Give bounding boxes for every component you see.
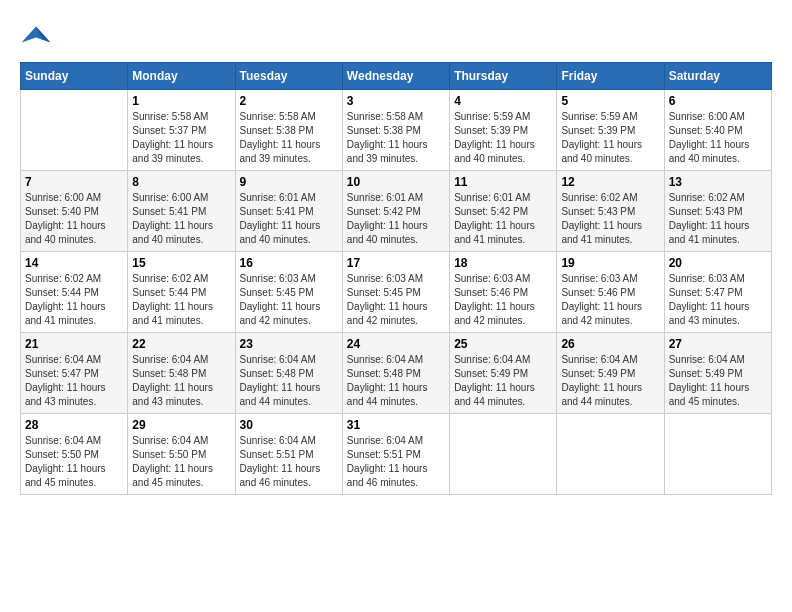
day-info: Sunrise: 5:59 AM Sunset: 5:39 PM Dayligh…	[454, 110, 552, 166]
weekday-header-friday: Friday	[557, 63, 664, 90]
day-cell: 31Sunrise: 6:04 AM Sunset: 5:51 PM Dayli…	[342, 414, 449, 495]
day-cell: 15Sunrise: 6:02 AM Sunset: 5:44 PM Dayli…	[128, 252, 235, 333]
day-info: Sunrise: 6:02 AM Sunset: 5:43 PM Dayligh…	[561, 191, 659, 247]
day-info: Sunrise: 6:01 AM Sunset: 5:42 PM Dayligh…	[454, 191, 552, 247]
day-info: Sunrise: 6:00 AM Sunset: 5:40 PM Dayligh…	[25, 191, 123, 247]
day-number: 22	[132, 337, 230, 351]
day-cell	[664, 414, 771, 495]
day-cell: 30Sunrise: 6:04 AM Sunset: 5:51 PM Dayli…	[235, 414, 342, 495]
day-number: 31	[347, 418, 445, 432]
weekday-header-row: SundayMondayTuesdayWednesdayThursdayFrid…	[21, 63, 772, 90]
day-info: Sunrise: 6:02 AM Sunset: 5:44 PM Dayligh…	[132, 272, 230, 328]
day-info: Sunrise: 6:04 AM Sunset: 5:49 PM Dayligh…	[561, 353, 659, 409]
day-cell: 4Sunrise: 5:59 AM Sunset: 5:39 PM Daylig…	[450, 90, 557, 171]
day-info: Sunrise: 6:04 AM Sunset: 5:50 PM Dayligh…	[25, 434, 123, 490]
day-info: Sunrise: 6:03 AM Sunset: 5:46 PM Dayligh…	[454, 272, 552, 328]
day-info: Sunrise: 6:03 AM Sunset: 5:45 PM Dayligh…	[240, 272, 338, 328]
day-info: Sunrise: 5:58 AM Sunset: 5:37 PM Dayligh…	[132, 110, 230, 166]
day-cell: 7Sunrise: 6:00 AM Sunset: 5:40 PM Daylig…	[21, 171, 128, 252]
day-number: 11	[454, 175, 552, 189]
day-info: Sunrise: 6:02 AM Sunset: 5:44 PM Dayligh…	[25, 272, 123, 328]
day-info: Sunrise: 5:59 AM Sunset: 5:39 PM Dayligh…	[561, 110, 659, 166]
day-info: Sunrise: 6:04 AM Sunset: 5:48 PM Dayligh…	[132, 353, 230, 409]
day-info: Sunrise: 6:04 AM Sunset: 5:51 PM Dayligh…	[347, 434, 445, 490]
day-number: 10	[347, 175, 445, 189]
day-info: Sunrise: 6:02 AM Sunset: 5:43 PM Dayligh…	[669, 191, 767, 247]
day-cell: 20Sunrise: 6:03 AM Sunset: 5:47 PM Dayli…	[664, 252, 771, 333]
day-info: Sunrise: 6:04 AM Sunset: 5:50 PM Dayligh…	[132, 434, 230, 490]
day-info: Sunrise: 6:01 AM Sunset: 5:41 PM Dayligh…	[240, 191, 338, 247]
day-cell: 28Sunrise: 6:04 AM Sunset: 5:50 PM Dayli…	[21, 414, 128, 495]
weekday-header-thursday: Thursday	[450, 63, 557, 90]
day-cell: 17Sunrise: 6:03 AM Sunset: 5:45 PM Dayli…	[342, 252, 449, 333]
day-number: 13	[669, 175, 767, 189]
logo	[20, 20, 56, 52]
day-number: 20	[669, 256, 767, 270]
day-number: 21	[25, 337, 123, 351]
day-cell: 1Sunrise: 5:58 AM Sunset: 5:37 PM Daylig…	[128, 90, 235, 171]
day-number: 27	[669, 337, 767, 351]
day-cell: 27Sunrise: 6:04 AM Sunset: 5:49 PM Dayli…	[664, 333, 771, 414]
day-cell: 23Sunrise: 6:04 AM Sunset: 5:48 PM Dayli…	[235, 333, 342, 414]
day-cell	[450, 414, 557, 495]
weekday-header-wednesday: Wednesday	[342, 63, 449, 90]
day-cell: 18Sunrise: 6:03 AM Sunset: 5:46 PM Dayli…	[450, 252, 557, 333]
day-cell: 5Sunrise: 5:59 AM Sunset: 5:39 PM Daylig…	[557, 90, 664, 171]
day-number: 25	[454, 337, 552, 351]
day-cell: 9Sunrise: 6:01 AM Sunset: 5:41 PM Daylig…	[235, 171, 342, 252]
day-cell: 16Sunrise: 6:03 AM Sunset: 5:45 PM Dayli…	[235, 252, 342, 333]
day-number: 26	[561, 337, 659, 351]
day-cell: 3Sunrise: 5:58 AM Sunset: 5:38 PM Daylig…	[342, 90, 449, 171]
weekday-header-monday: Monday	[128, 63, 235, 90]
day-info: Sunrise: 6:03 AM Sunset: 5:45 PM Dayligh…	[347, 272, 445, 328]
calendar-table: SundayMondayTuesdayWednesdayThursdayFrid…	[20, 62, 772, 495]
day-number: 8	[132, 175, 230, 189]
day-number: 30	[240, 418, 338, 432]
day-info: Sunrise: 6:00 AM Sunset: 5:40 PM Dayligh…	[669, 110, 767, 166]
day-info: Sunrise: 6:04 AM Sunset: 5:48 PM Dayligh…	[240, 353, 338, 409]
day-info: Sunrise: 5:58 AM Sunset: 5:38 PM Dayligh…	[240, 110, 338, 166]
day-cell: 21Sunrise: 6:04 AM Sunset: 5:47 PM Dayli…	[21, 333, 128, 414]
day-info: Sunrise: 6:04 AM Sunset: 5:51 PM Dayligh…	[240, 434, 338, 490]
day-info: Sunrise: 6:01 AM Sunset: 5:42 PM Dayligh…	[347, 191, 445, 247]
day-number: 18	[454, 256, 552, 270]
day-info: Sunrise: 6:03 AM Sunset: 5:47 PM Dayligh…	[669, 272, 767, 328]
day-cell: 22Sunrise: 6:04 AM Sunset: 5:48 PM Dayli…	[128, 333, 235, 414]
day-info: Sunrise: 5:58 AM Sunset: 5:38 PM Dayligh…	[347, 110, 445, 166]
day-cell	[557, 414, 664, 495]
day-number: 2	[240, 94, 338, 108]
week-row-3: 14Sunrise: 6:02 AM Sunset: 5:44 PM Dayli…	[21, 252, 772, 333]
day-cell: 11Sunrise: 6:01 AM Sunset: 5:42 PM Dayli…	[450, 171, 557, 252]
day-number: 9	[240, 175, 338, 189]
day-cell	[21, 90, 128, 171]
week-row-2: 7Sunrise: 6:00 AM Sunset: 5:40 PM Daylig…	[21, 171, 772, 252]
day-info: Sunrise: 6:04 AM Sunset: 5:47 PM Dayligh…	[25, 353, 123, 409]
week-row-1: 1Sunrise: 5:58 AM Sunset: 5:37 PM Daylig…	[21, 90, 772, 171]
day-cell: 26Sunrise: 6:04 AM Sunset: 5:49 PM Dayli…	[557, 333, 664, 414]
week-row-5: 28Sunrise: 6:04 AM Sunset: 5:50 PM Dayli…	[21, 414, 772, 495]
day-number: 4	[454, 94, 552, 108]
day-cell: 12Sunrise: 6:02 AM Sunset: 5:43 PM Dayli…	[557, 171, 664, 252]
day-info: Sunrise: 6:04 AM Sunset: 5:49 PM Dayligh…	[454, 353, 552, 409]
day-cell: 25Sunrise: 6:04 AM Sunset: 5:49 PM Dayli…	[450, 333, 557, 414]
day-number: 29	[132, 418, 230, 432]
day-cell: 29Sunrise: 6:04 AM Sunset: 5:50 PM Dayli…	[128, 414, 235, 495]
weekday-header-tuesday: Tuesday	[235, 63, 342, 90]
day-cell: 8Sunrise: 6:00 AM Sunset: 5:41 PM Daylig…	[128, 171, 235, 252]
day-cell: 24Sunrise: 6:04 AM Sunset: 5:48 PM Dayli…	[342, 333, 449, 414]
logo-icon	[20, 20, 52, 52]
day-number: 16	[240, 256, 338, 270]
day-number: 19	[561, 256, 659, 270]
page-header	[20, 20, 772, 52]
day-cell: 14Sunrise: 6:02 AM Sunset: 5:44 PM Dayli…	[21, 252, 128, 333]
day-number: 23	[240, 337, 338, 351]
day-cell: 6Sunrise: 6:00 AM Sunset: 5:40 PM Daylig…	[664, 90, 771, 171]
day-info: Sunrise: 6:04 AM Sunset: 5:49 PM Dayligh…	[669, 353, 767, 409]
day-cell: 10Sunrise: 6:01 AM Sunset: 5:42 PM Dayli…	[342, 171, 449, 252]
day-info: Sunrise: 6:03 AM Sunset: 5:46 PM Dayligh…	[561, 272, 659, 328]
weekday-header-sunday: Sunday	[21, 63, 128, 90]
day-number: 28	[25, 418, 123, 432]
day-number: 6	[669, 94, 767, 108]
day-number: 5	[561, 94, 659, 108]
week-row-4: 21Sunrise: 6:04 AM Sunset: 5:47 PM Dayli…	[21, 333, 772, 414]
